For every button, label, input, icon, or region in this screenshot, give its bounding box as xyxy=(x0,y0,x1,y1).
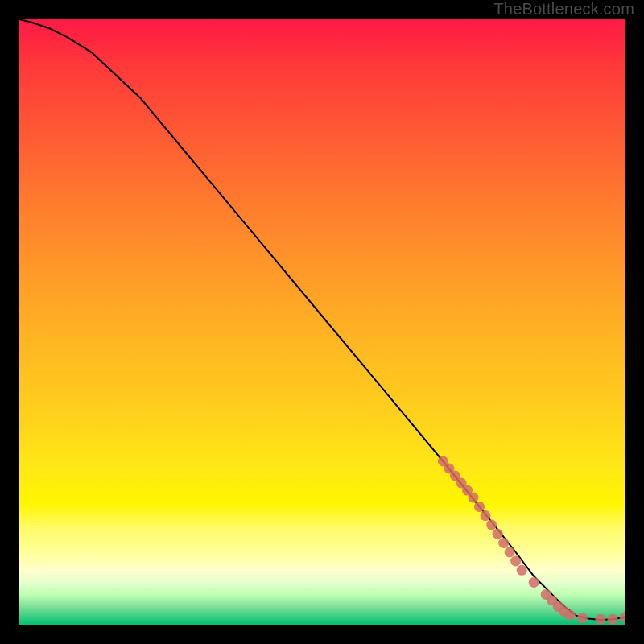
bottleneck-curve xyxy=(19,19,625,620)
chart-overlay xyxy=(19,19,625,625)
curve-marker xyxy=(505,547,515,557)
curve-marker xyxy=(469,493,479,503)
curve-marker xyxy=(577,613,588,623)
plot-area xyxy=(19,19,625,625)
curve-marker xyxy=(595,614,605,625)
curve-marker xyxy=(481,510,491,521)
curve-marker xyxy=(608,614,618,625)
watermark-text: TheBottleneck.com xyxy=(493,0,634,19)
curve-marker xyxy=(498,538,509,548)
curve-marker xyxy=(493,529,503,539)
chart-container: TheBottleneck.com xyxy=(0,0,644,644)
curve-marker xyxy=(565,610,576,621)
curve-marker xyxy=(486,519,497,530)
curve-marker xyxy=(517,565,527,576)
curve-marker xyxy=(529,577,539,588)
curve-marker xyxy=(620,613,625,623)
highlighted-markers xyxy=(438,456,625,625)
curve-marker xyxy=(510,556,521,567)
curve-marker xyxy=(474,502,485,512)
